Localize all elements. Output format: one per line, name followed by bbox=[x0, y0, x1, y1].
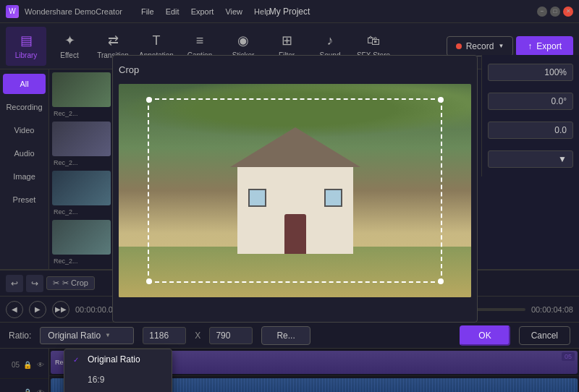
extra-value[interactable]: 0.0 bbox=[488, 122, 573, 139]
crop-tag-label: ✂ Crop bbox=[62, 278, 88, 288]
total-time: 00:00:04:08 bbox=[531, 305, 573, 314]
maximize-button[interactable]: □ bbox=[550, 7, 560, 17]
cancel-button[interactable]: Cancel bbox=[519, 326, 570, 345]
app-name: Wondershare DemoCreator bbox=[25, 7, 122, 16]
house-body bbox=[237, 167, 353, 254]
sfx-icon: 🛍 bbox=[367, 33, 380, 48]
track-number-1: 05 bbox=[12, 361, 20, 369]
ratio-x-separator: X bbox=[195, 331, 200, 341]
check-icon: ✓ bbox=[73, 356, 82, 364]
crop-tag[interactable]: ✂ ✂ Crop bbox=[46, 276, 95, 290]
media-label-1: Rec_2... bbox=[52, 110, 111, 117]
media-label-3: Rec_2... bbox=[52, 208, 111, 216]
ratio-chevron-icon: ▼ bbox=[105, 332, 111, 338]
minimize-button[interactable]: − bbox=[537, 7, 547, 17]
crop-dialog: Crop bbox=[112, 55, 478, 323]
media-panel: Rec_2... Rec_2... Rec_2... Rec_2... bbox=[49, 69, 114, 269]
menu-export[interactable]: Export bbox=[187, 6, 219, 17]
export-label: Export bbox=[536, 41, 562, 51]
crop-canvas[interactable] bbox=[119, 84, 471, 297]
lock-icon-1[interactable]: 🔒 bbox=[22, 360, 33, 370]
export-button[interactable]: ↑ Export bbox=[516, 36, 573, 56]
menu-file[interactable]: File bbox=[137, 6, 159, 17]
tool-library-label: Library bbox=[15, 51, 38, 59]
house-window-left bbox=[248, 189, 266, 207]
menu-edit[interactable]: Edit bbox=[161, 6, 184, 17]
caption-icon: ≡ bbox=[196, 33, 204, 48]
media-thumbnail-3[interactable] bbox=[52, 171, 111, 205]
media-thumbnail-1[interactable] bbox=[52, 72, 111, 107]
track-label-1: 05 🔒 👁 bbox=[0, 351, 48, 379]
media-label-4: Rec_2... bbox=[52, 257, 111, 265]
height-input[interactable] bbox=[209, 327, 253, 344]
annotation-icon: T bbox=[153, 33, 161, 48]
ratio-menu-item-16-9[interactable]: 16:9 bbox=[64, 370, 172, 390]
eye-icon-2[interactable]: 👁 bbox=[35, 388, 46, 393]
ratio-dropdown[interactable]: Original Ratio ▼ bbox=[40, 327, 134, 344]
sidebar-item-audio[interactable]: Audio bbox=[3, 143, 46, 163]
next-frame-button[interactable]: ▶▶ bbox=[52, 301, 69, 318]
prev-frame-button[interactable]: ◀ bbox=[6, 301, 23, 318]
sidebar: All Recording Video Audio Image Preset bbox=[0, 69, 49, 269]
crop-background-image bbox=[119, 84, 471, 297]
sound-icon: ♪ bbox=[327, 33, 334, 48]
record-dot-icon bbox=[456, 43, 462, 49]
close-button[interactable]: ✕ bbox=[563, 7, 573, 17]
track-labels: 05 🔒 👁 🔒 👁 bbox=[0, 349, 49, 392]
ratio-label: Ratio: bbox=[9, 331, 31, 341]
zoom-value[interactable]: 100% bbox=[488, 64, 573, 81]
record-chevron-icon: ▼ bbox=[498, 43, 504, 49]
menu-view[interactable]: View bbox=[221, 6, 247, 17]
prop-dropdown[interactable]: ▼ bbox=[488, 150, 573, 168]
record-label: Record bbox=[466, 41, 494, 51]
sticker-icon: ◉ bbox=[237, 33, 249, 48]
effect-icon: ✦ bbox=[64, 33, 75, 48]
library-icon: ▤ bbox=[20, 33, 33, 48]
ratio-bar: Ratio: Original Ratio ▼ X Re... OK Cance… bbox=[0, 323, 579, 349]
house-door bbox=[284, 214, 306, 254]
app-icon: W bbox=[6, 5, 19, 18]
scissors-icon: ✂ bbox=[53, 278, 59, 288]
media-thumbnail-2[interactable] bbox=[52, 122, 111, 156]
prop-dropdown-chevron-icon: ▼ bbox=[558, 154, 567, 164]
sidebar-item-recording[interactable]: Recording bbox=[3, 97, 46, 117]
current-time: 00:00:00.00 bbox=[75, 305, 117, 314]
ratio-menu-16-9-label: 16:9 bbox=[88, 375, 104, 385]
sidebar-item-all[interactable]: All bbox=[3, 74, 46, 94]
clip-1-number: 05 bbox=[562, 352, 575, 361]
title-bar-left: W Wondershare DemoCreator File Edit Expo… bbox=[6, 5, 275, 18]
properties-panel: 100% 0.0° 0.0 ▼ bbox=[481, 55, 579, 176]
media-thumbnail-4[interactable] bbox=[52, 220, 111, 255]
undo-button[interactable]: ↩ bbox=[6, 275, 23, 292]
ratio-menu-item-original[interactable]: ✓ Original Ratio bbox=[64, 349, 172, 370]
menu-bar: File Edit Export View Help bbox=[137, 6, 275, 17]
ratio-dropdown-menu: ✓ Original Ratio 16:9 4:3 1:1 9:16 Cu bbox=[64, 349, 172, 392]
tool-effect[interactable]: ✦ Effect bbox=[49, 27, 90, 66]
sidebar-item-preset[interactable]: Preset bbox=[3, 189, 46, 210]
ratio-dropdown-value: Original Ratio bbox=[48, 331, 101, 341]
eye-icon-1[interactable]: 👁 bbox=[35, 360, 46, 370]
title-bar: W Wondershare DemoCreator File Edit Expo… bbox=[0, 0, 579, 23]
project-title: My Project bbox=[269, 7, 310, 17]
tool-effect-label: Effect bbox=[60, 51, 78, 59]
width-input[interactable] bbox=[143, 327, 186, 344]
rotation-value[interactable]: 0.0° bbox=[488, 93, 573, 110]
house-graphic bbox=[237, 167, 353, 254]
redo-button[interactable]: ↪ bbox=[26, 275, 43, 292]
tool-library[interactable]: ▤ Library bbox=[6, 27, 46, 66]
lock-icon-2[interactable]: 🔒 bbox=[22, 388, 33, 393]
ok-button[interactable]: OK bbox=[460, 325, 510, 346]
crop-dialog-title: Crop bbox=[119, 61, 471, 78]
reset-button[interactable]: Re... bbox=[261, 326, 310, 345]
track-label-2: 🔒 👁 bbox=[0, 379, 48, 392]
ratio-menu-original-label: Original Ratio bbox=[88, 354, 140, 365]
sidebar-item-video[interactable]: Video bbox=[3, 120, 46, 140]
media-label-2: Rec_2... bbox=[52, 159, 111, 166]
sidebar-item-image[interactable]: Image bbox=[3, 166, 46, 187]
export-icon: ↑ bbox=[528, 41, 532, 51]
house-roof bbox=[230, 127, 360, 167]
play-button[interactable]: ▶ bbox=[29, 301, 46, 318]
record-button[interactable]: Record ▼ bbox=[447, 36, 514, 56]
house-window-right bbox=[324, 189, 342, 207]
window-controls: − □ ✕ bbox=[537, 7, 573, 17]
